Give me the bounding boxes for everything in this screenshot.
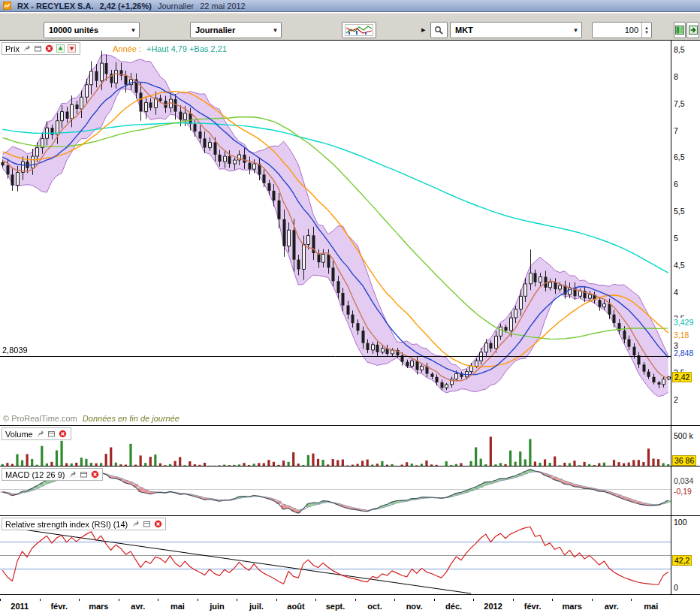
titlebar[interactable]: RX - RECYLEX S.A. 2,42 (+1,26%) Journali… <box>0 0 700 12</box>
rsi-axis-bottom: 0 <box>674 583 678 592</box>
time-axis: 2011févr.marsavr.maijuinjuil.aoûtsept.oc… <box>0 599 700 616</box>
rsi-axis-top: 100 <box>674 518 687 527</box>
units-dropdown[interactable]: 10000 unités ▼ <box>44 22 140 38</box>
time-axis-month-label: nov. <box>406 602 423 611</box>
volume-plot: Volume <box>0 426 671 466</box>
time-axis-tick <box>513 599 514 601</box>
year-label: Année : <box>113 44 141 53</box>
symbol-search-button[interactable] <box>430 22 448 38</box>
mini-chart-icon <box>345 24 373 36</box>
time-axis-tick <box>434 599 435 601</box>
price-axis-value-label: 3,429 <box>672 318 695 327</box>
volume-scale-label: 500 k <box>674 431 693 440</box>
time-axis-month-label: mai <box>644 602 658 611</box>
open-window-button[interactable] <box>686 22 699 38</box>
time-axis-month-label: avr. <box>605 602 619 611</box>
time-axis-tick <box>0 599 1 601</box>
detach-window-icon[interactable] <box>79 470 88 479</box>
green-arrow-icon <box>689 26 698 35</box>
macd-value-label: 0,034 <box>674 476 693 485</box>
detach-window-icon[interactable] <box>34 44 43 53</box>
price-plot: Prix Année : +Haut 4,79 +Bas 2,21 2,8039 <box>0 41 671 425</box>
time-axis-month-label: oct. <box>367 602 382 611</box>
price-axis-tick: 2 <box>674 395 678 404</box>
time-axis-month-label: févr. <box>50 602 68 611</box>
volume-axis: 500 k36 86 <box>671 426 700 466</box>
settings-wrench-icon[interactable] <box>131 520 140 529</box>
rsi-plot: Relative strength index (RSI) (14) <box>0 516 671 594</box>
detach-window-icon[interactable] <box>47 430 56 439</box>
time-axis-month-label: mai <box>170 602 185 611</box>
time-axis-tick <box>592 599 593 601</box>
time-axis-month-label: févr. <box>524 602 542 611</box>
volume-panel-toolbar <box>36 430 68 439</box>
settings-wrench-icon[interactable] <box>23 44 32 53</box>
spinner-arrows-icon[interactable]: ▲▼ <box>641 23 651 38</box>
volume-panel-header: Volume <box>2 427 71 440</box>
close-icon[interactable] <box>59 430 68 439</box>
market-dropdown-value: MKT <box>451 26 570 35</box>
rsi-panel-header: Relative strength index (RSI) (14) <box>2 518 166 530</box>
price-axis-tick: 4 <box>674 288 678 297</box>
price-axis-tick: 8,5 <box>674 45 685 54</box>
split-panes-icon <box>675 26 684 35</box>
time-axis-tick <box>473 599 474 601</box>
close-icon[interactable] <box>153 520 162 529</box>
time-axis-tick <box>355 599 356 601</box>
application-window: RX - RECYLEX S.A. 2,42 (+1,26%) Journali… <box>0 0 700 616</box>
time-axis-month-label: 2012 <box>484 602 502 611</box>
time-axis-tick <box>119 599 119 601</box>
price-axis-tick: 5,5 <box>674 207 685 216</box>
market-dropdown[interactable]: MKT ▼ <box>450 22 582 38</box>
period-dropdown[interactable]: Journalier ▼ <box>190 22 282 38</box>
rsi-panel-title: Relative strength index (RSI) (14) <box>5 520 128 529</box>
year-highlow-values: +Haut 4,79 +Bas 2,21 <box>146 44 227 53</box>
units-dropdown-value: 10000 unités <box>44 26 128 35</box>
price-axis-tick: 4,5 <box>674 261 685 270</box>
move-down-icon[interactable] <box>68 44 77 53</box>
app-icon <box>3 2 11 10</box>
volume-row: Volume 500 k36 86 <box>0 426 700 467</box>
volume-current-label: 36 86 <box>672 455 696 466</box>
detach-window-icon[interactable] <box>142 520 151 529</box>
price-chart-canvas[interactable] <box>0 41 671 425</box>
settings-wrench-icon[interactable] <box>36 430 45 439</box>
rsi-row: Relative strength index (RSI) (14) 10004… <box>0 516 700 595</box>
price-panel-header: Prix <box>2 42 80 55</box>
price-axis-tick: 5 <box>674 234 678 243</box>
collapse-arrow-icon[interactable]: ▸ <box>421 25 426 35</box>
search-icon <box>434 26 444 35</box>
chevron-down-icon: ▼ <box>270 27 281 34</box>
macd-panel-header: MACD (12 26 9) <box>2 468 103 481</box>
quantity-spinner[interactable]: 100 ▲▼ <box>592 22 652 38</box>
price-axis-value-label: 2,42 <box>672 372 692 382</box>
titlebar-period: Journalier <box>158 2 194 11</box>
horizontal-line-label: 2,8039 <box>2 346 28 355</box>
close-icon[interactable] <box>90 470 99 479</box>
move-up-icon[interactable] <box>56 44 65 53</box>
time-axis-tick <box>237 599 237 601</box>
time-axis-tick <box>276 599 277 601</box>
copyright: © ProRealTime.com Données en fin de jour… <box>3 414 180 423</box>
layout-split-button[interactable] <box>674 22 686 38</box>
price-axis-tick: 6,5 <box>674 152 685 162</box>
time-axis-tick <box>552 599 553 601</box>
macd-value-label: -0,19 <box>674 487 692 496</box>
time-axis-month-label: déc. <box>445 602 462 611</box>
price-panel-title: Prix <box>5 44 20 53</box>
time-axis-month-label: juin <box>210 602 225 611</box>
chevron-down-icon: ▼ <box>570 27 581 34</box>
price-axis: 8,587,576,565,554,543,532,523,4293,182,8… <box>671 41 700 425</box>
macd-plot: MACD (12 26 9) <box>0 467 671 515</box>
period-dropdown-value: Journalier <box>191 26 270 35</box>
toolbar: 10000 unités ▼ Journalier ▼ ▸ MKT ▼ 100 … <box>0 13 700 41</box>
macd-panel-toolbar <box>68 470 99 479</box>
settings-wrench-icon[interactable] <box>68 470 77 479</box>
volume-chart-canvas[interactable] <box>0 426 671 466</box>
year-highlow-annotation: Année : +Haut 4,79 +Bas 2,21 <box>113 44 227 53</box>
price-axis-value-label: 3,18 <box>672 331 690 340</box>
close-icon[interactable] <box>45 44 54 53</box>
rsi-panel-toolbar <box>131 520 162 529</box>
titlebar-quote: 2,42 (+1,26%) <box>99 2 151 11</box>
chart-style-button[interactable] <box>342 22 376 38</box>
